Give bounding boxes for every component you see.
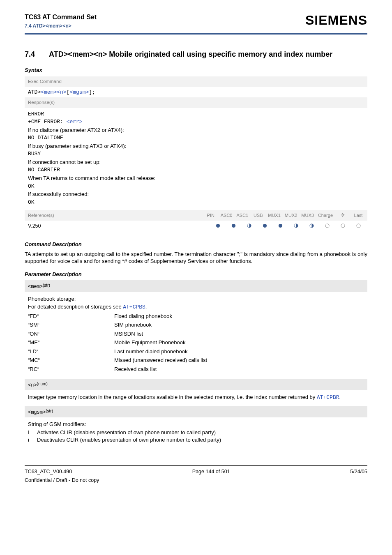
param-mem-row: “RC“Received calls list: [28, 366, 364, 373]
ref-col-airplane-icon: ✈: [337, 212, 348, 219]
resp-cme-arg: <err>: [67, 119, 83, 125]
param-mgsm-value: Deactivates CLIR (enables presentation o…: [37, 436, 221, 444]
svg-point-0: [216, 224, 219, 228]
param-mgsm-intro: String of GSM modifiers:: [28, 421, 364, 428]
param-mem-intro2: For detailed description of storages see…: [28, 303, 364, 311]
ref-col-mux2: MUX2: [285, 212, 297, 219]
ref-col-last: Last: [353, 212, 364, 219]
param-mgsm-row: iDeactivates CLIR (enables presentation …: [28, 436, 364, 444]
link-at-cpbs[interactable]: AT+CPBS: [123, 304, 145, 310]
footer-left: TC63_ATC_V00.490: [25, 468, 72, 475]
resp-nodial-intro: If no dialtone (parameter ATX2 or ATX4):: [28, 127, 364, 134]
footer-right: 5/24/05: [350, 468, 367, 475]
param-mem-key: “LD“: [28, 348, 114, 355]
resp-cmdmode-intro: When TA returns to command mode after ca…: [28, 175, 364, 182]
param-mem-value: Missed (unanswered received) calls list: [114, 357, 364, 364]
svg-point-3: [263, 224, 266, 228]
status-full-icon: [278, 223, 283, 228]
svg-point-4: [278, 224, 282, 228]
param-mem-intro1: Phonebook storage:: [28, 295, 364, 303]
resp-ok2: OK: [28, 199, 364, 206]
param-mgsm-rows: IActivates CLIR (disables presentation o…: [28, 429, 364, 443]
resp-busy: BUSY: [28, 150, 364, 158]
svg-point-9: [356, 224, 360, 228]
svg-point-1: [231, 224, 235, 228]
cmd-arg-mem: <mem>: [41, 89, 57, 95]
param-mem-key: “ME“: [28, 339, 114, 346]
status-half-icon: [247, 223, 251, 228]
exec-command-label: Exec Command: [25, 76, 367, 87]
param-mgsm-row: IActivates CLIR (disables presentation o…: [28, 429, 364, 436]
ref-icon-cell: [228, 223, 239, 230]
param-n-desc: Integer type memory location in the rang…: [28, 394, 364, 401]
parameter-description-heading: Parameter Description: [25, 271, 367, 278]
param-mem-row: “LD“Last number dialed phonebook: [28, 348, 364, 355]
svg-point-7: [325, 224, 329, 228]
param-mgsm-name: <mgsm>: [28, 410, 46, 415]
doc-subtitle: 7.4 ATD><mem><n>: [25, 22, 97, 29]
param-mem-row: “MC“Missed (unanswered received) calls l…: [28, 357, 364, 364]
reference-header-row: Reference(s) PIN ASC0 ASC1 USB MUX1 MUX2…: [25, 210, 367, 221]
param-mem-type: (str): [43, 283, 50, 288]
page-footer: TC63_ATC_V00.490 Page 144 of 501 5/24/05: [25, 466, 367, 477]
ref-col-usb: USB: [252, 212, 264, 219]
resp-noconn-intro: If connection cannot be set up:: [28, 159, 364, 166]
param-mem-value: SIM phonebook: [114, 321, 364, 329]
header-divider: [25, 33, 367, 35]
resp-nocarrier: NO CARRIER: [28, 166, 364, 174]
param-mem-value: Last number dialed phonebook: [114, 348, 364, 355]
param-mem-header: <mem>(str): [25, 280, 367, 292]
header-left: TC63 AT Command Set 7.4 ATD><mem><n>: [25, 13, 97, 29]
section-title: ATD><mem><n> Mobile originated call usin…: [49, 49, 332, 59]
ref-icon-cell: [337, 223, 348, 230]
param-mem-key: “MC“: [28, 357, 114, 364]
cmd-arg-n: <n>: [57, 89, 66, 95]
param-mem-key: “FD“: [28, 313, 114, 320]
param-mem-value: MSISDN list: [114, 330, 364, 338]
status-full-icon: [216, 223, 220, 228]
ref-icon-cell: [353, 223, 364, 230]
param-mem-key: “RC“: [28, 366, 114, 373]
param-mgsm-key: i: [28, 436, 37, 444]
param-mem-value: Mobile Equipment Phonebook: [114, 339, 364, 346]
ref-icon-cell: [243, 223, 255, 230]
cmd-base: ATD>: [28, 89, 41, 95]
doc-title: TC63 AT Command Set: [25, 13, 97, 22]
resp-cme-prefix: +CME ERROR:: [28, 119, 67, 125]
param-mem-value: Received calls list: [114, 366, 364, 373]
command-description-text: TA attempts to set up an outgoing call t…: [25, 251, 367, 265]
section-number: 7.4: [25, 49, 35, 59]
ref-col-charge: Charge: [318, 212, 333, 219]
exec-command-line: ATD><mem><n>[<mgsm>];: [25, 87, 367, 98]
section-heading: 7.4 ATD><mem><n> Mobile originated call …: [25, 49, 367, 59]
param-mem-key: “SM“: [28, 321, 114, 329]
cmd-rbracket: ];: [89, 89, 95, 95]
ref-col-mux1: MUX1: [268, 212, 281, 219]
param-n-header: <n>(num): [25, 379, 367, 390]
resp-ok1: OK: [28, 183, 364, 190]
brand-logo: SIEMENS: [305, 12, 367, 29]
footer-sub: Confidential / Draft - Do not copy: [25, 477, 367, 484]
status-half-icon: [309, 223, 314, 228]
ref-icon-cell: [212, 223, 224, 230]
status-empty-icon: [325, 223, 330, 228]
status-half-icon: [294, 223, 298, 228]
param-mem-value: Fixed dialing phonebook: [114, 313, 364, 320]
param-mem-row: “ON“MSISDN list: [28, 330, 364, 338]
reference-icons: [212, 223, 364, 230]
param-mem-key: “ON“: [28, 330, 114, 338]
status-empty-icon: [356, 223, 361, 228]
svg-point-8: [341, 224, 344, 228]
param-mgsm-value: Activates CLIR (disables presentation of…: [37, 429, 216, 436]
param-mem-row: “SM“SIM phonebook: [28, 321, 364, 329]
footer-center: Page 144 of 501: [192, 468, 230, 475]
param-mem-row: “ME“Mobile Equipment Phonebook: [28, 339, 364, 346]
ref-col-asc0: ASC0: [221, 212, 233, 219]
param-mem-rows: “FD“Fixed dialing phonebook“SM“SIM phone…: [28, 313, 364, 373]
param-mem-row: “FD“Fixed dialing phonebook: [28, 313, 364, 320]
responses-label: Response(s): [25, 97, 367, 108]
param-mgsm-key: I: [28, 429, 37, 436]
link-at-cpbr[interactable]: AT+CPBR: [317, 394, 339, 401]
resp-conn-intro: If successfully connected:: [28, 191, 364, 198]
status-full-icon: [231, 223, 236, 228]
